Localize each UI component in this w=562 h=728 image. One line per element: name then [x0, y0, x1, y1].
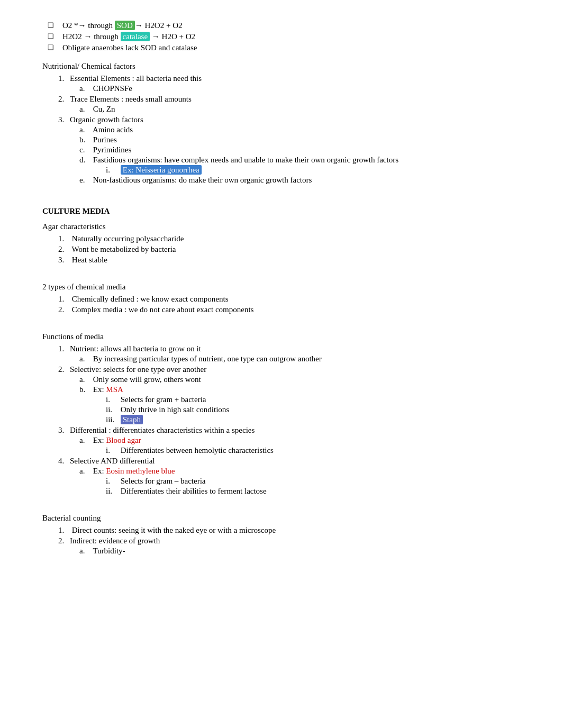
list-item: ii. Only thrive in high salt conditions: [106, 405, 530, 414]
roman-label: iii.: [106, 415, 119, 424]
agar-title: Agar characteristics: [42, 222, 530, 231]
bullet-sod-text: O2 *→ through SOD→ H2O2 + O2: [62, 21, 182, 30]
spacer: [42, 189, 530, 196]
item-text: Ex: Blood agar: [93, 436, 141, 444]
culture-media-heading: CULTURE MEDIA: [42, 207, 530, 216]
spacer: [42, 269, 530, 276]
num-label: 3.: [58, 256, 70, 265]
num-label: 2.: [58, 365, 70, 374]
alpha-label: b.: [79, 385, 91, 394]
alpha-sublist: a. Ex: Blood agar i. Differentiates betw…: [58, 436, 530, 455]
item-text: Amino acids: [93, 125, 133, 134]
alpha-sublist: a. Only some will grow, others wont b. E…: [58, 375, 530, 424]
roman-label: ii.: [106, 487, 119, 496]
item-text: Pyrimidines: [93, 145, 132, 154]
num-label: 1.: [58, 526, 70, 535]
roman-sublist: i. Ex: Neisseria gonorrhea: [79, 166, 530, 175]
alpha-label: a.: [79, 354, 91, 363]
bullet-anaerobes-text: Obligate anaerobes lack SOD and catalase: [62, 43, 197, 52]
item-text: Cu, Zn: [93, 105, 115, 113]
num-label: 3.: [58, 115, 70, 124]
item-text: Naturally occurring polysaccharide: [72, 234, 184, 243]
eosin-text: Eosin methylene blue: [106, 467, 175, 475]
list-item: 3. Differential : differentiates charact…: [58, 426, 530, 455]
functions-title: Functions of media: [42, 332, 530, 341]
list-item: 2. Trace Elements : needs small amounts …: [58, 95, 530, 114]
functions-list: 1. Nutrient: allows all bacteria to grow…: [42, 344, 530, 496]
roman-sublist: i. Selects for gram – bacteria ii. Diffe…: [79, 477, 530, 496]
oxygen-bullets: ❑ O2 *→ through SOD→ H2O2 + O2 ❑ H2O2 → …: [42, 21, 530, 52]
list-item: a. Ex: Blood agar i. Differentiates betw…: [79, 436, 530, 455]
list-item: b. Purines: [79, 135, 530, 144]
catalase-highlight: catalase: [121, 32, 150, 41]
list-item: 1. Chemically defined : we know exact co…: [58, 295, 530, 304]
list-item: e. Non-fastidious organisms: do make the…: [79, 176, 530, 185]
alpha-label: a.: [79, 436, 91, 445]
chemical-media-section: 2 types of chemical media 1. Chemically …: [42, 283, 530, 314]
item-text: Differential : differentiates characteri…: [70, 426, 255, 435]
item-text: CHOPNSFe: [93, 84, 132, 93]
alpha-label: d.: [79, 156, 91, 165]
bacterial-counting-section: Bacterial counting 1. Direct counts: see…: [42, 514, 530, 556]
staph-highlight: Staph: [121, 415, 143, 424]
item-text: Non-fastidious organisms: do make their …: [93, 176, 312, 184]
num-label: 1.: [58, 295, 70, 304]
alpha-label: b.: [79, 135, 91, 144]
item-text: Selects for gram – bacteria: [121, 477, 206, 485]
spacer: [42, 500, 530, 507]
item-text: Selective AND differential: [70, 457, 155, 466]
list-item: i. Selects for gram – bacteria: [106, 477, 530, 486]
num-label: 1.: [58, 234, 70, 243]
item-text: Indirect: evidence of growth: [70, 536, 160, 545]
item-text: Only some will grow, others wont: [93, 375, 201, 384]
blood-agar-text: Blood agar: [106, 436, 141, 444]
nutritional-section: Nutritional/ Chemical factors 1. Essenti…: [42, 62, 530, 185]
roman-label: ii.: [106, 405, 119, 414]
list-item: iii. Staph: [106, 415, 530, 424]
alpha-label: a.: [79, 84, 91, 93]
list-item: 4. Selective AND differential a. Ex: Eos…: [58, 457, 530, 496]
bacterial-counting-title: Bacterial counting: [42, 514, 530, 523]
num-label: 4.: [58, 457, 70, 466]
list-item: 1. Nutrient: allows all bacteria to grow…: [58, 344, 530, 363]
alpha-label: c.: [79, 145, 91, 154]
alpha-sublist: a. Amino acids b. Purines c. Pyrimidines…: [58, 125, 530, 185]
neisseria-highlight: Ex: Neisseria gonorrhea: [121, 165, 202, 175]
item-text: Selects for gram + bacteria: [121, 395, 206, 404]
list-item: 3. Organic growth factors a. Amino acids…: [58, 115, 530, 185]
num-label: 3.: [58, 426, 70, 435]
nutritional-list: 1. Essential Elements : all bacteria nee…: [42, 74, 530, 185]
nutritional-title: Nutritional/ Chemical factors: [42, 62, 530, 71]
list-item: b. Ex: MSA i. Selects for gram + bacteri…: [79, 385, 530, 424]
roman-sublist: i. Selects for gram + bacteria ii. Only …: [79, 395, 530, 424]
bullet-sod: ❑ O2 *→ through SOD→ H2O2 + O2: [42, 21, 530, 30]
item-text: Heat stable: [72, 256, 107, 264]
item-text: Ex: Eosin methylene blue: [93, 467, 175, 475]
num-label: 2.: [58, 305, 70, 314]
msa-text: MSA: [106, 385, 123, 394]
bullet-catalase-text: H2O2 → through catalase → H2O + O2: [62, 32, 195, 41]
item-text: Direct counts: seeing it with the naked …: [72, 526, 276, 534]
alpha-label: a.: [79, 125, 91, 134]
item-text: Purines: [93, 135, 117, 144]
item-text: Complex media : we do not care about exa…: [72, 305, 254, 314]
list-item: a. CHOPNSFe: [79, 84, 530, 93]
list-item: 2. Selective: selects for one type over …: [58, 365, 530, 424]
alpha-sublist: a. CHOPNSFe: [58, 84, 530, 93]
list-item: i. Differentiates between hemolytic char…: [106, 446, 530, 455]
item-text: Selective: selects for one type over ano…: [70, 365, 206, 374]
list-item: d. Fastidious organisms: have complex ne…: [79, 156, 530, 175]
chemical-media-list: 1. Chemically defined : we know exact co…: [42, 295, 530, 314]
list-item: a. Ex: Eosin methylene blue i. Selects f…: [79, 467, 530, 496]
item-text: Differentiates their abilities to fermen…: [121, 487, 267, 495]
bullet-anaerobes: ❑ Obligate anaerobes lack SOD and catala…: [42, 43, 530, 52]
list-item: ii. Differentiates their abilities to fe…: [106, 487, 530, 496]
item-text: Essential Elements : all bacteria need t…: [70, 74, 202, 83]
item-text: Nutrient: allows all bacteria to grow on…: [70, 344, 201, 353]
num-label: 1.: [58, 74, 70, 83]
bullet-symbol-1: ❑: [48, 21, 59, 30]
roman-label: i.: [106, 166, 119, 175]
list-item: 2. Wont be metabolized by bacteria: [58, 245, 530, 254]
item-text: Trace Elements : needs small amounts: [70, 95, 192, 104]
list-item: 1. Direct counts: seeing it with the nak…: [58, 526, 530, 535]
